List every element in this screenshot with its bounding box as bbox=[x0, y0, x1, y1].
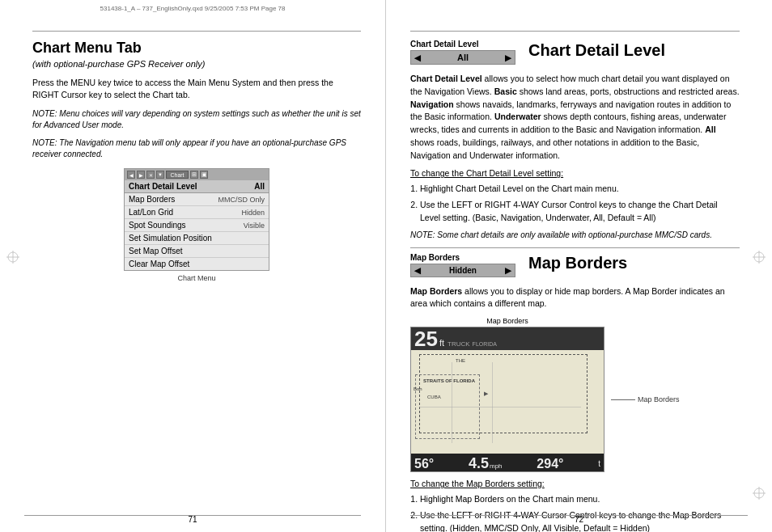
map-text-cuba: CUBA bbox=[427, 395, 441, 399]
section-divider bbox=[410, 247, 740, 248]
section-subtitle: (with optional-purchase GPS Receiver onl… bbox=[32, 59, 361, 69]
reg-mark-left bbox=[6, 251, 19, 264]
chart-detail-change-heading: To change the Chart Detail Level setting… bbox=[410, 168, 740, 178]
map-borders-change-heading: To change the Map Borders setting: bbox=[410, 479, 740, 488]
right-page-number: 72 bbox=[575, 515, 583, 524]
gps-depth-unit: ft bbox=[439, 338, 444, 348]
toolbar-icon-5: ⊞ bbox=[190, 171, 198, 179]
chart-menu-item-4: Set Map Offset bbox=[125, 245, 269, 258]
toolbar-icon-chart: Chart bbox=[166, 171, 189, 179]
gps-heading-value: 294° bbox=[537, 457, 563, 471]
map-borders-widget: Map Borders ◀ Hidden ▶ bbox=[410, 253, 515, 277]
chart-detail-step-1: Highlight Chart Detail Level on the Char… bbox=[420, 183, 740, 196]
gps-t-suffix: t bbox=[598, 459, 600, 468]
gps-depth-value: 25 bbox=[414, 328, 438, 349]
map-borders-selector: ◀ Hidden ▶ bbox=[411, 264, 515, 277]
chart-menu-header: Chart Detail Level All bbox=[125, 180, 269, 193]
chart-menu-item-2: Spot Soundings Visible bbox=[125, 219, 269, 232]
menu-item-label-5: Clear Map Offset bbox=[129, 260, 189, 268]
chart-menu-toolbar: ◀ ▶ ✕ ▼ Chart ⊞ ▣ bbox=[125, 169, 269, 180]
map-image: 25 ft TRUCK FLORIDA STRAITS OF FLORIDA C… bbox=[410, 327, 604, 472]
section-title: Chart Menu Tab bbox=[32, 40, 361, 57]
map-borders-body: Map Borders allows you to display or hid… bbox=[410, 285, 740, 311]
chart-menu-container: ◀ ▶ ✕ ▼ Chart ⊞ ▣ Chart Detail Level All… bbox=[32, 168, 361, 282]
map-borders-steps: Highlight Map Borders on the Chart main … bbox=[420, 493, 740, 532]
map-borders-container: Map Borders 25 ft TRUCK FLORIDA bbox=[410, 317, 740, 472]
map-grid-line-h bbox=[419, 407, 581, 407]
gps-top-extra2: FLORIDA bbox=[473, 341, 497, 347]
menu-item-label-0: Map Borders bbox=[129, 195, 175, 204]
toolbar-icon-4: ▼ bbox=[156, 171, 164, 179]
gps-bearing-value: 56° bbox=[414, 457, 434, 471]
toolbar-icon-2: ▶ bbox=[137, 171, 145, 179]
menu-item-value-2: Visible bbox=[244, 222, 265, 230]
map-grid-line-v bbox=[452, 362, 452, 443]
chart-menu-item-1: Lat/Lon Grid Hidden bbox=[125, 206, 269, 219]
chart-menu-box: ◀ ▶ ✕ ▼ Chart ⊞ ▣ Chart Detail Level All… bbox=[124, 168, 269, 271]
chart-detail-widget-row: Chart Detail Level ◀ All ▶ Chart Detail … bbox=[410, 40, 740, 65]
chart-menu-header-label: Chart Detail Level bbox=[129, 182, 197, 191]
menu-item-label-3: Set Simulation Position bbox=[129, 234, 212, 243]
chart-detail-step-2: Use the LEFT or RIGHT 4-WAY Cursor Contr… bbox=[420, 199, 740, 225]
right-arrow-icon: ▶ bbox=[505, 53, 511, 62]
menu-item-value-0: MMC/SD Only bbox=[218, 196, 265, 204]
page-container: 531438-1_A – 737_EnglishOnly.qxd 9/25/20… bbox=[0, 0, 772, 532]
reg-mark-right-bottom bbox=[753, 487, 766, 500]
chart-detail-steps: Highlight Chart Detail Level on the Char… bbox=[420, 183, 740, 224]
map-right-arrow-icon: ▶ bbox=[505, 266, 511, 275]
left-arrow-icon: ◀ bbox=[414, 53, 421, 62]
chart-detail-selector: ◀ All ▶ bbox=[411, 51, 515, 64]
map-borders-step-1: Highlight Map Borders on the Chart main … bbox=[420, 493, 740, 506]
map-borders-value: Hidden bbox=[421, 266, 505, 275]
left-page: 531438-1_A – 737_EnglishOnly.qxd 9/25/20… bbox=[0, 0, 386, 532]
map-borders-widget-row: Map Borders ◀ Hidden ▶ Map Borders bbox=[410, 253, 740, 277]
note-1: NOTE: Menu choices will vary depending o… bbox=[32, 108, 361, 131]
arrow-line bbox=[611, 399, 635, 400]
file-info: 531438-1_A – 737_EnglishOnly.qxd 9/25/20… bbox=[0, 5, 385, 12]
map-borders-heading: Map Borders bbox=[528, 254, 627, 272]
toolbar-icon-3: ✕ bbox=[146, 171, 155, 179]
chart-detail-body: Chart Detail Level allows you to select … bbox=[410, 73, 740, 162]
chart-menu-item-3: Set Simulation Position bbox=[125, 232, 269, 245]
reg-mark-right bbox=[753, 251, 766, 264]
chart-menu-caption: Chart Menu bbox=[177, 274, 215, 282]
map-text-the: THE bbox=[456, 358, 465, 363]
map-label: Map Borders bbox=[410, 317, 604, 325]
chart-menu-header-value: All bbox=[254, 182, 265, 191]
chart-detail-widget: Chart Detail Level ◀ All ▶ bbox=[410, 40, 515, 65]
gps-top-extra: TRUCK bbox=[448, 340, 470, 348]
left-page-number: 71 bbox=[188, 515, 197, 524]
map-borders-widget-title: Map Borders bbox=[410, 253, 515, 262]
map-borders-label-arrow: Map Borders bbox=[611, 395, 680, 403]
note-2: NOTE: The Navigation menu tab will only … bbox=[32, 137, 361, 160]
menu-item-label-1: Lat/Lon Grid bbox=[129, 208, 173, 217]
gps-speed-value: 4.5 bbox=[469, 455, 489, 472]
menu-item-value-1: Hidden bbox=[241, 209, 265, 217]
chart-detail-heading: Chart Detail Level bbox=[528, 41, 665, 60]
menu-item-label-2: Spot Soundings bbox=[129, 221, 186, 230]
chart-detail-note: NOTE: Some chart details are only availa… bbox=[410, 230, 740, 241]
menu-item-label-4: Set Map Offset bbox=[129, 247, 183, 255]
map-left-arrow-icon: ◀ bbox=[414, 266, 421, 275]
map-text-florida: STRAITS OF FLORIDA bbox=[423, 378, 475, 383]
body-text-1: Press the MENU key twice to access the M… bbox=[32, 77, 361, 103]
chart-menu-item-0: Map Borders MMC/SD Only bbox=[125, 193, 269, 206]
chart-detail-widget-title: Chart Detail Level bbox=[410, 40, 515, 49]
toolbar-icon-6: ▣ bbox=[200, 171, 208, 179]
gps-speed-unit: mph bbox=[490, 462, 503, 470]
map-text-bon: Bon bbox=[414, 386, 422, 391]
map-grid-line-v2 bbox=[492, 362, 493, 443]
map-borders-arrow-label: Map Borders bbox=[638, 395, 680, 403]
chart-detail-value: All bbox=[421, 53, 505, 62]
chart-menu-item-5: Clear Map Offset bbox=[125, 258, 269, 270]
toolbar-icon-1: ◀ bbox=[127, 171, 135, 179]
map-text-arrow: ▶ bbox=[484, 391, 488, 397]
right-page: Chart Detail Level ◀ All ▶ Chart Detail … bbox=[386, 0, 772, 532]
